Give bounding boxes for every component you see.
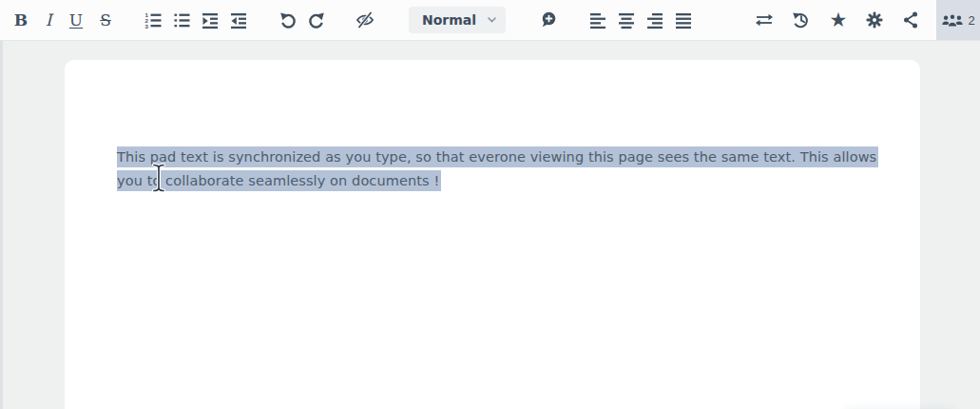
underline-icon: U (69, 10, 83, 29)
align-justify-icon (674, 10, 693, 29)
outdent-icon (229, 10, 248, 29)
indent-icon (201, 10, 220, 29)
swap-pads-button[interactable] (751, 7, 778, 33)
share-icon (902, 10, 919, 29)
align-right-icon (645, 10, 664, 29)
align-left-button[interactable] (585, 7, 611, 33)
unordered-list-icon (172, 10, 191, 29)
redo-icon (307, 10, 326, 29)
selected-text[interactable]: This pad text is synchronized as you typ… (117, 146, 878, 191)
unordered-list-button[interactable] (168, 7, 195, 33)
ordered-list-button[interactable]: 1 2 3 (140, 7, 166, 33)
left-edge-divider (0, 41, 3, 409)
pad-document[interactable]: This pad text is synchronized as you typ… (65, 60, 920, 409)
bold-icon: B (14, 10, 28, 29)
show-users-button[interactable]: 2 (936, 0, 980, 40)
align-right-button[interactable] (642, 7, 668, 33)
chevron-down-icon (488, 17, 496, 23)
align-left-icon (588, 10, 607, 29)
share-button[interactable] (897, 7, 924, 33)
history-clock-icon (791, 10, 811, 29)
italic-button[interactable]: I (35, 7, 62, 33)
svg-text:3: 3 (145, 23, 149, 29)
align-justify-button[interactable] (670, 7, 697, 33)
eye-off-icon (355, 10, 375, 29)
swap-arrows-icon (754, 10, 775, 29)
users-group-icon (941, 12, 964, 29)
editor-toolbar: B I U S 1 2 3 (0, 0, 980, 41)
history-button[interactable] (787, 7, 814, 33)
underline-button[interactable]: U (63, 7, 89, 33)
comment-plus-icon (539, 10, 558, 29)
italic-icon: I (46, 10, 52, 29)
favorite-button[interactable]: ★ (825, 7, 852, 33)
paragraph-style-value: Normal (409, 12, 488, 28)
strikethrough-icon: S (100, 10, 111, 29)
add-comment-button[interactable] (535, 7, 562, 33)
align-center-button[interactable] (613, 7, 640, 33)
undo-button[interactable] (275, 7, 301, 33)
pad-workspace: This pad text is synchronized as you typ… (0, 41, 980, 409)
star-icon: ★ (830, 10, 848, 30)
gear-icon (865, 10, 884, 29)
align-center-icon (617, 10, 636, 29)
ordered-list-icon: 1 2 3 (144, 10, 163, 29)
pad-text[interactable]: This pad text is synchronized as you typ… (117, 146, 877, 193)
hide-authorship-button[interactable] (352, 7, 378, 33)
strikethrough-button[interactable]: S (92, 7, 119, 33)
indent-button[interactable] (197, 7, 223, 33)
redo-button[interactable] (303, 7, 330, 33)
paragraph-style-dropdown[interactable]: Normal (409, 7, 506, 33)
users-count: 2 (968, 13, 974, 28)
bold-button[interactable]: B (8, 7, 34, 33)
settings-button[interactable] (861, 7, 888, 33)
undo-icon (279, 10, 298, 29)
outdent-button[interactable] (225, 7, 252, 33)
